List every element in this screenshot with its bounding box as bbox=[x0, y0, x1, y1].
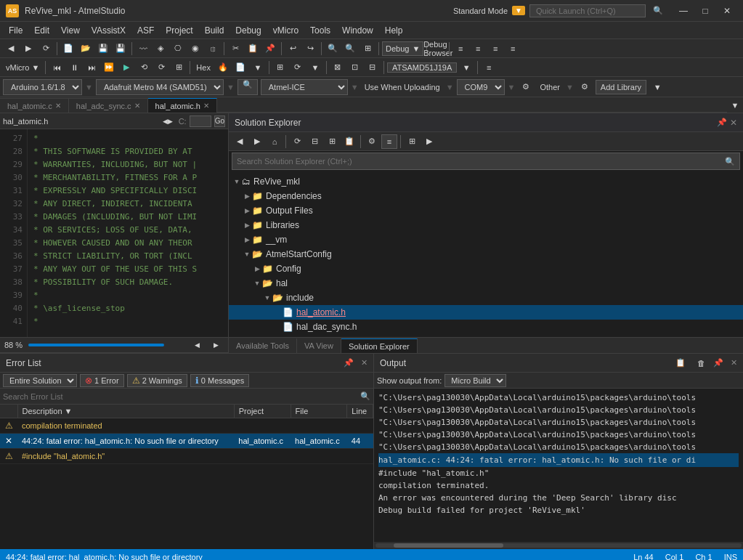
tb2-more[interactable]: ≡ bbox=[481, 60, 497, 75]
play-button[interactable]: ▶ bbox=[118, 60, 134, 75]
port-settings-btn[interactable]: ⚙ bbox=[518, 80, 534, 94]
other-settings-btn[interactable]: ⚙ bbox=[577, 80, 593, 94]
tree-item-include[interactable]: ▼📂include bbox=[229, 291, 743, 305]
sol-refresh-btn[interactable]: ⟳ bbox=[289, 134, 305, 149]
tb-zoom-out[interactable]: 🔍 bbox=[342, 41, 358, 56]
menu-debug[interactable]: Debug bbox=[230, 24, 267, 37]
tb2-btn10[interactable]: ⊟ bbox=[365, 60, 381, 75]
menu-vassistx[interactable]: VAssistX bbox=[86, 24, 131, 37]
percent-left-btn[interactable]: ◀ bbox=[189, 338, 205, 352]
tree-item-hal-atomic-h[interactable]: 📄hal_atomic.h bbox=[229, 305, 743, 320]
hex-btn[interactable]: 🔥 bbox=[215, 60, 231, 75]
tree-item-libraries[interactable]: ▶📁Libraries bbox=[229, 218, 743, 232]
menu-edit[interactable]: Edit bbox=[28, 24, 55, 37]
tb2-btn4[interactable]: ⏩ bbox=[101, 60, 117, 75]
tb-zoom-in[interactable]: 🔍 bbox=[325, 41, 341, 56]
table-row[interactable]: ⚠#include "hal_atomic.h" bbox=[0, 449, 373, 464]
add-library-dropdown[interactable]: ▼ bbox=[649, 80, 665, 94]
tab-more-btn[interactable]: ▼ bbox=[727, 98, 743, 113]
tree-item-dependencies[interactable]: ▶📁Dependencies bbox=[229, 189, 743, 203]
tb-btn2[interactable]: ◈ bbox=[153, 41, 169, 56]
build-config-dropdown[interactable]: Debug▼ bbox=[382, 41, 423, 56]
sol-debug-btn[interactable]: ▶ bbox=[421, 134, 437, 149]
tb-debug-browser[interactable]: Debug Browser bbox=[430, 41, 446, 56]
error-search-input[interactable] bbox=[3, 392, 360, 401]
tb-btn4[interactable]: ◉ bbox=[187, 41, 203, 56]
output-content[interactable]: "C:\Users\pag130030\AppData\Local\arduin… bbox=[374, 389, 743, 542]
sol-active-btn[interactable]: ≡ bbox=[381, 134, 397, 149]
tree-item-atmelstartconfig[interactable]: ▼📂AtmelStartConfig bbox=[229, 247, 743, 261]
output-hscroll[interactable] bbox=[374, 542, 743, 549]
col-description[interactable]: Description ▼ bbox=[17, 405, 234, 418]
tb2-btn1[interactable]: ⏮ bbox=[49, 60, 65, 75]
tb2-btn5[interactable]: ⟲ bbox=[136, 60, 152, 75]
error-pin-icon[interactable]: 📌 bbox=[344, 358, 354, 368]
menu-tools[interactable]: Tools bbox=[304, 24, 336, 37]
tb2-btn2[interactable]: ⏸ bbox=[66, 60, 82, 75]
tab-solution-explorer[interactable]: Solution Explorer bbox=[341, 338, 418, 353]
output-source-select[interactable]: Micro Build bbox=[444, 374, 506, 387]
error-scope-select[interactable]: Entire Solution bbox=[3, 374, 77, 387]
tb2-btn3[interactable]: ⏭ bbox=[84, 60, 100, 75]
warning-badge[interactable]: ⚠ 2 Warnings bbox=[127, 374, 187, 387]
sol-search-icon[interactable]: 🔍 bbox=[725, 157, 735, 166]
output-copy-btn[interactable]: 📋 bbox=[673, 356, 689, 370]
sol-startpage-btn[interactable]: ⊞ bbox=[404, 134, 420, 149]
nav-back-button[interactable]: ◀ bbox=[3, 41, 19, 56]
save-button[interactable]: 💾 bbox=[95, 41, 111, 56]
tb-btn1[interactable]: ⟳ bbox=[38, 41, 54, 56]
search-btn[interactable]: 🔍 bbox=[237, 79, 258, 95]
search-icon[interactable]: 🔍 bbox=[653, 6, 663, 15]
tree-item-hal-dac-sync-h[interactable]: 📄hal_dac_sync.h bbox=[229, 320, 743, 334]
col-file[interactable]: File bbox=[291, 405, 347, 418]
table-row[interactable]: ⚠compilation terminated bbox=[0, 418, 373, 434]
save-all-button[interactable]: 💾 bbox=[113, 41, 129, 56]
device-dropdown[interactable]: ▼ bbox=[458, 60, 474, 75]
col-line[interactable]: Line bbox=[347, 405, 373, 418]
menu-build[interactable]: Build bbox=[199, 24, 230, 37]
error-close-btn[interactable]: ✕ bbox=[361, 358, 368, 368]
sol-forward-btn[interactable]: ▶ bbox=[249, 134, 265, 149]
tab-available-tools[interactable]: Available Tools bbox=[229, 338, 297, 353]
sol-pin-icon[interactable]: 📌 bbox=[717, 118, 727, 127]
menu-help[interactable]: Help bbox=[379, 24, 409, 37]
sol-filter-btn[interactable]: ⊞ bbox=[324, 134, 340, 149]
tb-more4[interactable]: ≡ bbox=[505, 41, 521, 56]
tab-hal-adc-sync-c[interactable]: hal_adc_sync.c ✕ bbox=[69, 98, 148, 113]
tree-item-output-files[interactable]: ▶📁Output Files bbox=[229, 203, 743, 218]
tb2-prog2[interactable]: ⟳ bbox=[290, 60, 306, 75]
col-project[interactable]: Project bbox=[234, 405, 291, 418]
maximize-button[interactable]: □ bbox=[695, 4, 715, 18]
tb2-btn6[interactable]: ⟳ bbox=[153, 60, 169, 75]
arduino-version-select[interactable]: Arduino 1.6/1.8 bbox=[3, 79, 82, 95]
tab-hal-atomic-c[interactable]: hal_atomic.c ✕ bbox=[0, 98, 69, 113]
mode-icon[interactable]: ▼ bbox=[512, 6, 525, 15]
output-close-btn[interactable]: ✕ bbox=[731, 358, 737, 368]
tb2-btn8[interactable]: ⊠ bbox=[330, 60, 346, 75]
programmer-select[interactable]: Atmel-ICE bbox=[261, 79, 348, 95]
tb-redo[interactable]: ↪ bbox=[302, 41, 318, 56]
output-pin-icon[interactable]: 📌 bbox=[713, 358, 723, 368]
sol-search-box[interactable]: 🔍 bbox=[232, 153, 740, 170]
output-clear-btn[interactable]: 🗑 bbox=[693, 356, 709, 370]
tree-item-hal[interactable]: ▼📂hal bbox=[229, 276, 743, 291]
sol-collapse-btn[interactable]: ⊟ bbox=[306, 134, 322, 149]
editor-content[interactable]: 272829303132333435363738394041 * * THIS … bbox=[0, 129, 228, 337]
menu-vmicro[interactable]: vMicro bbox=[267, 24, 304, 37]
tab-hal-atomic-h[interactable]: hal_atomic.h ✕ bbox=[148, 98, 217, 113]
tb2-btn9[interactable]: ⊡ bbox=[347, 60, 363, 75]
tb-btn5[interactable]: ⎅ bbox=[205, 41, 221, 56]
menu-asf[interactable]: ASF bbox=[131, 24, 160, 37]
open-file-button[interactable]: 📂 bbox=[78, 41, 94, 56]
tb-more1[interactable]: ≡ bbox=[452, 41, 468, 56]
table-row[interactable]: ✕44:24: fatal error: hal_atomic.h: No su… bbox=[0, 434, 373, 449]
sol-home-btn[interactable]: ⌂ bbox=[267, 134, 283, 149]
tb-undo[interactable]: ↩ bbox=[285, 41, 301, 56]
tab-va-view[interactable]: VA View bbox=[297, 338, 341, 353]
add-library-button[interactable]: Add Library bbox=[596, 80, 646, 94]
tb-cut[interactable]: ✂ bbox=[227, 41, 243, 56]
nav-forward-button[interactable]: ▶ bbox=[20, 41, 36, 56]
tb-waveform[interactable]: 〰 bbox=[135, 41, 151, 56]
error-badge[interactable]: ⊗ 1 Error bbox=[80, 374, 124, 387]
goto-input[interactable] bbox=[190, 115, 211, 127]
